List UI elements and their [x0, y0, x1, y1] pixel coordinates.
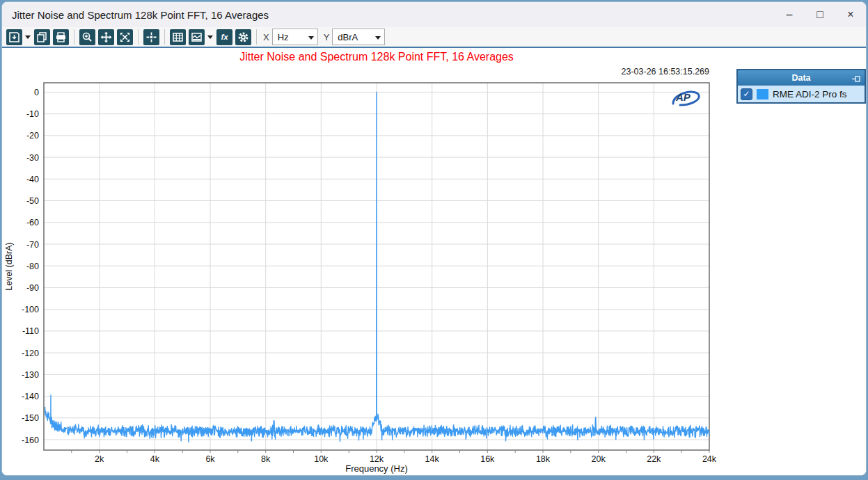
svg-text:-130: -130 — [22, 370, 39, 380]
toolbar-separator — [74, 29, 74, 45]
svg-text:22k: 22k — [647, 454, 661, 464]
svg-text:-40: -40 — [26, 175, 39, 184]
toolbar-separator — [164, 29, 165, 45]
svg-text:-140: -140 — [22, 392, 39, 401]
svg-text:-30: -30 — [26, 153, 39, 163]
svg-text:6k: 6k — [205, 454, 215, 464]
minimize-button[interactable]: – — [774, 2, 805, 27]
svg-text:4k: 4k — [150, 454, 160, 464]
svg-text:18k: 18k — [536, 454, 551, 464]
svg-text:-120: -120 — [22, 349, 39, 358]
table-icon — [172, 31, 184, 43]
data-panel-title: Data — [791, 73, 810, 83]
function-button[interactable]: fx — [216, 29, 232, 45]
svg-text:-60: -60 — [26, 218, 39, 227]
gear-icon — [237, 31, 249, 43]
svg-text:-100: -100 — [22, 305, 39, 314]
window-title: Jitter Noise and Spectrum 128k Point FFT… — [2, 9, 269, 21]
data-panel: Data ✓ RME ADI-2 Pro fs — [736, 69, 866, 104]
svg-text:10k: 10k — [314, 454, 329, 464]
svg-text:-80: -80 — [26, 262, 39, 271]
print-icon — [55, 31, 67, 43]
svg-text:-20: -20 — [26, 131, 39, 141]
zoom-button[interactable] — [79, 29, 95, 45]
svg-text:-10: -10 — [26, 109, 39, 119]
zoom-in-icon — [81, 31, 93, 43]
copy-button[interactable] — [34, 29, 50, 45]
toolbar-separator — [138, 29, 139, 45]
chevron-down-icon — [375, 36, 381, 40]
x-unit-value: Hz — [278, 32, 289, 42]
legend-item-row[interactable]: ✓ RME ADI-2 Pro fs — [738, 86, 865, 102]
window-controls: – □ × — [774, 2, 866, 27]
series-checkbox[interactable]: ✓ — [741, 88, 752, 100]
svg-text:-50: -50 — [26, 196, 39, 206]
fx-icon: fx — [221, 33, 228, 41]
save-dropdown-caret-icon[interactable] — [25, 35, 31, 39]
y-unit-select[interactable]: dBrA — [332, 29, 385, 45]
copy-icon — [36, 31, 48, 43]
svg-text:2k: 2k — [95, 454, 104, 464]
crosshair-cursor-icon — [145, 31, 157, 43]
maximize-button[interactable]: □ — [805, 2, 835, 27]
toolbar-separator — [256, 29, 257, 45]
y-axis-letter: Y — [324, 32, 330, 42]
table-button[interactable] — [170, 29, 186, 45]
print-button[interactable] — [53, 29, 69, 45]
svg-text:14k: 14k — [425, 454, 440, 464]
save-button[interactable] — [6, 29, 22, 45]
graph-dropdown-caret-icon[interactable] — [207, 35, 213, 39]
series-label: RME ADI-2 Pro fs — [773, 89, 847, 99]
svg-text:Frequency (Hz): Frequency (Hz) — [345, 463, 408, 474]
x-unit-select[interactable]: Hz — [272, 29, 318, 45]
y-unit-value: dBrA — [338, 32, 358, 42]
svg-text:20k: 20k — [592, 454, 606, 464]
expand-icon — [119, 31, 131, 43]
svg-text:AP: AP — [675, 91, 691, 103]
ap-logo: AP — [663, 84, 702, 109]
pan-button[interactable] — [98, 29, 114, 45]
x-axis-letter: X — [263, 32, 269, 42]
graph-icon — [191, 31, 203, 43]
svg-text:-150: -150 — [22, 413, 39, 423]
chart-area: Jitter Noise and Spectrum 128k Point FFT… — [2, 48, 866, 475]
graph-button[interactable] — [189, 29, 205, 45]
svg-text:16k: 16k — [480, 454, 495, 464]
chevron-down-icon — [308, 36, 314, 40]
series-color-swatch — [757, 89, 768, 99]
expand-button[interactable] — [117, 29, 133, 45]
cursor-button[interactable] — [143, 29, 159, 45]
svg-text:-160: -160 — [22, 435, 39, 445]
pan-icon — [100, 31, 112, 43]
data-panel-header[interactable]: Data — [738, 70, 865, 86]
toolbar: fx X Hz Y dBrA — [2, 27, 866, 48]
svg-text:-110: -110 — [22, 326, 39, 336]
close-button[interactable]: × — [835, 2, 866, 27]
spectrum-plot[interactable]: 0-10-20-30-40-50-60-70-80-90-100-110-120… — [2, 62, 726, 475]
app-window: Jitter Noise and Spectrum 128k Point FFT… — [1, 1, 867, 476]
svg-text:-90: -90 — [26, 283, 39, 293]
svg-text:-70: -70 — [26, 240, 39, 250]
save-icon — [8, 31, 20, 43]
svg-text:24k: 24k — [702, 454, 717, 464]
svg-text:12k: 12k — [370, 454, 384, 464]
pin-icon[interactable] — [851, 73, 861, 88]
svg-text:8k: 8k — [261, 454, 271, 464]
svg-text:Level (dBrA): Level (dBrA) — [4, 242, 14, 290]
title-bar[interactable]: Jitter Noise and Spectrum 128k Point FFT… — [2, 2, 866, 27]
settings-button[interactable] — [235, 29, 251, 45]
svg-text:0: 0 — [34, 88, 39, 97]
